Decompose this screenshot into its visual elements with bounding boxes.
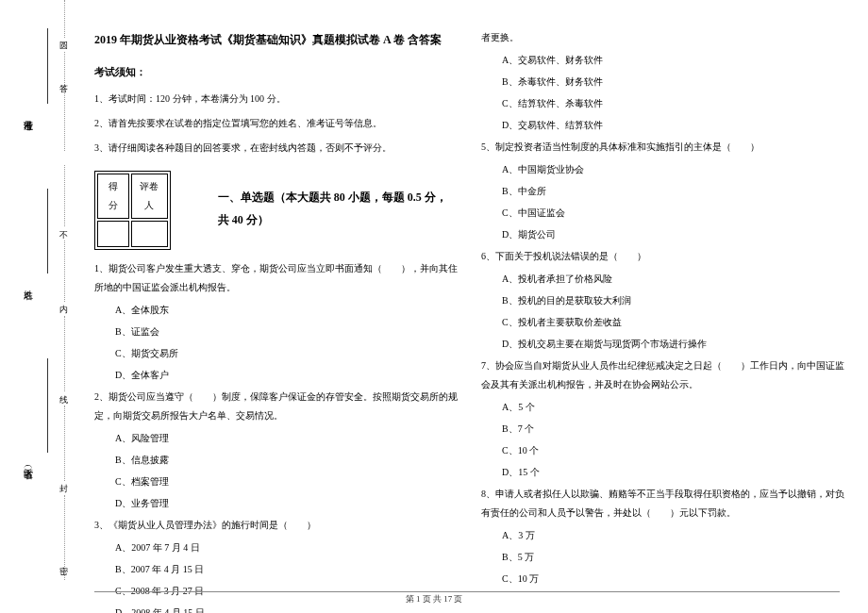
exam-title: 2019 年期货从业资格考试《期货基础知识》真题模拟试卷 A 卷 含答案 (94, 28, 458, 51)
q1-stem: 1、期货公司客户发生重大透支、穿仓，期货公司应当立即书面通知（ ），并向其住所地… (94, 259, 458, 297)
q6-stem: 6、下面关于投机说法错误的是（ ） (481, 247, 844, 266)
q7-opt-a: A、5 个 (481, 398, 844, 417)
q7-stem: 7、协会应当自对期货从业人员作出纪律惩戒决定之日起（ ）工作日内，向中国证监会及… (481, 356, 844, 394)
q1-opt-a: A、全体股东 (94, 301, 458, 320)
footer-divider (94, 591, 840, 592)
q6-opt-a: A、投机者承担了价格风险 (481, 270, 844, 289)
field-ticket-line[interactable] (47, 28, 48, 104)
notice-1: 1、考试时间：120 分钟，本卷满分为 100 分。 (94, 90, 458, 108)
marker-seal: 封 (59, 483, 68, 495)
q4-opt-d: D、交易软件、结算软件 (481, 116, 844, 135)
score-header-grader: 评卷人 (131, 174, 168, 219)
marker-secret: 密 (59, 566, 68, 578)
q8-opt-c: C、10 万 (481, 570, 844, 588)
q5-opt-d: D、期货公司 (481, 225, 844, 244)
marker-circle: 圆 (59, 40, 68, 52)
q4-opt-a: A、交易软件、财务软件 (481, 51, 844, 70)
field-name-line[interactable] (47, 189, 48, 273)
q7-opt-b: B、7 个 (481, 420, 844, 439)
q2-opt-a: A、风险管理 (94, 429, 458, 448)
notice-3: 3、请仔细阅读各种题目的回答要求，在密封线内答题，否则不予评分。 (94, 139, 458, 157)
q1-opt-d: D、全体客户 (94, 366, 458, 385)
q7-opt-d: D、15 个 (481, 463, 844, 482)
field-province-line[interactable] (47, 358, 48, 453)
q3-opt-b: B、2007 年 4 月 15 日 (94, 560, 458, 579)
page-footer: 第 1 页 共 17 页 (0, 593, 868, 605)
q8-stem: 8、申请人或者拟任人以欺骗、贿赂等不正当手段取得任职资格的，应当予以撤销，对负有… (481, 485, 844, 522)
q5-stem: 5、制定投资者适当性制度的具体标准和实施指引的主体是（ ） (481, 138, 844, 157)
q6-opt-d: D、投机交易主要在期货与现货两个市场进行操作 (481, 335, 844, 354)
q2-stem: 2、期货公司应当遵守（ ）制度，保障客户保证金的存管安全。按照期货交易所的规定，… (94, 388, 458, 425)
grader-cell[interactable] (131, 221, 168, 247)
q6-opt-b: B、投机的目的是获取较大利润 (481, 291, 844, 310)
q5-opt-a: A、中国期货业协会 (481, 160, 844, 179)
section1-title: 一、单选题（本大题共 80 小题，每题 0.5 分，共 40 分） (218, 186, 458, 231)
q6-opt-c: C、投机者主要获取价差收益 (481, 313, 844, 332)
notice-heading: 考试须知： (94, 62, 458, 82)
q1-opt-b: B、证监会 (94, 323, 458, 341)
q2-opt-c: C、档案管理 (94, 472, 458, 491)
q3-stem: 3、《期货从业人员管理办法》的施行时间是（ ） (94, 516, 458, 535)
q3-opt-a: A、2007 年 7 月 4 日 (94, 538, 458, 557)
score-cell[interactable] (97, 221, 129, 247)
right-column: 者更换。 A、交易软件、财务软件 B、杀毒软件、财务软件 C、结算软件、杀毒软件… (481, 28, 844, 575)
q7-opt-c: C、10 个 (481, 441, 844, 460)
q1-opt-c: C、期货交易所 (94, 344, 458, 363)
left-column: 2019 年期货从业资格考试《期货基础知识》真题模拟试卷 A 卷 含答案 考试须… (94, 28, 458, 575)
score-header-score: 得分 (97, 174, 129, 219)
q4-opt-b: B、杀毒软件、财务软件 (481, 73, 844, 91)
q5-opt-c: C、中国证监会 (481, 204, 844, 223)
marker-inside: 内 (59, 304, 68, 316)
q2-opt-b: B、信息披露 (94, 451, 458, 470)
q4-stem-p2: 者更换。 (481, 28, 844, 47)
q8-opt-b: B、5 万 (481, 548, 844, 567)
q5-opt-b: B、中金所 (481, 182, 844, 201)
q8-opt-a: A、3 万 (481, 526, 844, 545)
q2-opt-d: D、业务管理 (94, 494, 458, 513)
q4-opt-c: C、结算软件、杀毒软件 (481, 94, 844, 113)
notice-2: 2、请首先按要求在试卷的指定位置填写您的姓名、准考证号等信息。 (94, 114, 458, 133)
score-table: 得分 评卷人 (94, 171, 171, 250)
marker-answer: 答 (59, 83, 68, 95)
